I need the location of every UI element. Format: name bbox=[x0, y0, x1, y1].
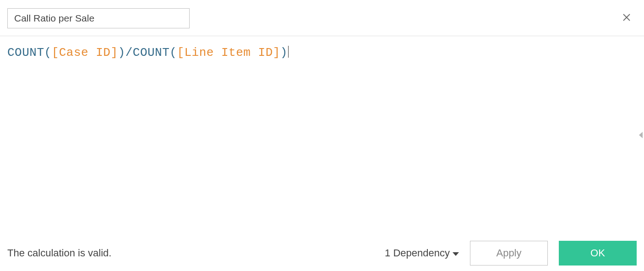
formula-token-paren: ) bbox=[280, 46, 288, 60]
close-button[interactable] bbox=[620, 12, 633, 25]
dependency-dropdown[interactable]: 1 Dependency bbox=[385, 247, 459, 259]
formula-token-field: [Case ID] bbox=[52, 46, 118, 60]
side-panel-toggle[interactable] bbox=[638, 131, 644, 141]
chevron-left-icon bbox=[638, 131, 644, 141]
ok-button[interactable]: OK bbox=[559, 241, 637, 266]
text-cursor bbox=[288, 46, 289, 58]
formula-token-paren: ( bbox=[169, 46, 177, 60]
validation-status: The calculation is valid. bbox=[7, 247, 111, 259]
formula-token-paren: ) bbox=[118, 46, 126, 60]
formula-token-field: [Line Item ID] bbox=[177, 46, 280, 60]
formula-token-operator: / bbox=[126, 46, 133, 60]
dependency-label: 1 Dependency bbox=[385, 247, 450, 259]
footer: The calculation is valid. 1 Dependency A… bbox=[0, 241, 644, 266]
formula-token-function: COUNT bbox=[133, 46, 170, 60]
apply-button[interactable]: Apply bbox=[470, 241, 548, 266]
header bbox=[0, 0, 644, 36]
chevron-down-icon bbox=[453, 247, 459, 259]
svg-marker-2 bbox=[639, 132, 643, 138]
formula-name-input[interactable] bbox=[7, 8, 190, 28]
formula-token-paren: ( bbox=[44, 46, 52, 60]
close-icon bbox=[622, 13, 631, 24]
formula-token-function: COUNT bbox=[7, 46, 44, 60]
svg-marker-3 bbox=[453, 252, 459, 256]
formula-editor[interactable]: COUNT([Case ID])/COUNT([Line Item ID]) bbox=[0, 36, 644, 69]
